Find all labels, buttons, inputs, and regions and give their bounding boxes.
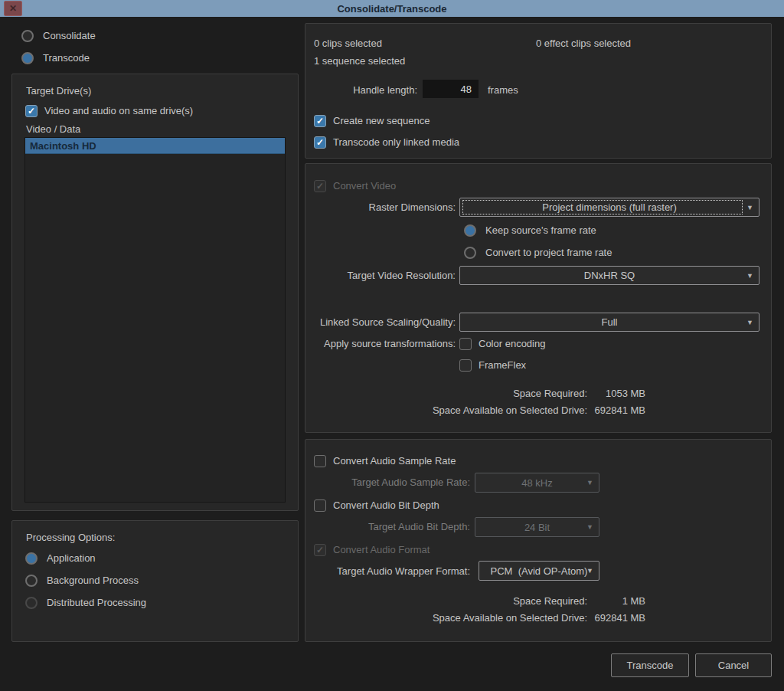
checkbox-unchecked-icon	[314, 499, 326, 512]
target-audio-bit-depth-value: 24 Bit	[524, 522, 550, 533]
target-audio-sample-rate-value: 48 kHz	[521, 477, 552, 489]
space-available-label: Space Available on Selected Drive:	[306, 404, 587, 416]
checkbox-unchecked-icon	[459, 359, 472, 372]
space-required-label: Space Required:	[306, 595, 587, 607]
processing-option-background[interactable]: Background Process	[25, 574, 139, 587]
apply-source-transformations-label: Apply source transformations:	[305, 338, 456, 349]
target-audio-wrapper-format-select[interactable]: PCM (Avid OP-Atom) ▼	[479, 561, 599, 581]
radio-selected-icon	[464, 224, 476, 237]
radio-label: Application	[47, 552, 96, 564]
target-video-resolution-select[interactable]: DNxHR SQ ▼	[459, 266, 760, 285]
checkbox-label: Convert Audio Bit Depth	[333, 499, 439, 511]
checkbox-checked-icon: ✓	[25, 105, 38, 117]
checkbox-disabled-checked-icon: ✓	[314, 180, 326, 192]
checkbox-label: Convert Audio Format	[333, 544, 430, 555]
drive-list[interactable]: Macintosh HD	[24, 137, 286, 503]
target-audio-bit-depth-select: 24 Bit ▼	[475, 517, 599, 537]
radio-label: Consolidate	[43, 30, 96, 41]
handle-length-unit: frames	[488, 84, 518, 96]
checkbox-label: Color encoding	[479, 338, 545, 349]
video-space-available-row: Space Available on Selected Drive: 69284…	[306, 404, 645, 417]
close-button[interactable]: ✕	[4, 1, 22, 16]
target-video-resolution-value: DNxHR SQ	[584, 270, 635, 281]
convert-audio-sample-rate-checkbox[interactable]: Convert Audio Sample Rate	[314, 454, 456, 467]
window-title: Consolidate/Transcode	[337, 3, 446, 15]
audio-space-required-row: Space Required: 1 MB	[306, 594, 645, 607]
effect-clips-selected-text: 0 effect clips selected	[536, 38, 631, 49]
chevron-down-icon: ▼	[746, 204, 753, 211]
frameflex-checkbox[interactable]: FrameFlex	[459, 359, 526, 372]
linked-source-scaling-select[interactable]: Full ▼	[459, 313, 760, 332]
transcode-button[interactable]: Transcode	[611, 653, 689, 677]
target-audio-sample-rate-label: Target Audio Sample Rate:	[305, 476, 470, 488]
checkbox-unchecked-icon	[314, 455, 326, 467]
convert-audio-bit-depth-checkbox[interactable]: Convert Audio Bit Depth	[314, 499, 439, 512]
convert-audio-format-checkbox: ✓ Convert Audio Format	[314, 543, 430, 556]
processing-options-title: Processing Options:	[26, 532, 115, 543]
checkbox-disabled-checked-icon: ✓	[314, 544, 326, 556]
radio-icon	[25, 575, 38, 587]
chevron-down-icon: ▼	[746, 319, 753, 326]
checkbox-label: FrameFlex	[479, 359, 526, 371]
convert-to-project-frame-rate-radio[interactable]: Convert to project frame rate	[464, 246, 612, 259]
cancel-button[interactable]: Cancel	[695, 653, 772, 677]
radio-label: Distributed Processing	[47, 597, 146, 608]
drive-list-item-selected[interactable]: Macintosh HD	[25, 138, 285, 154]
checkbox-label: Create new sequence	[333, 115, 430, 126]
space-required-label: Space Required:	[306, 388, 587, 399]
processing-options-panel: Processing Options: Application Backgrou…	[11, 520, 299, 642]
chevron-down-icon: ▼	[586, 567, 593, 575]
cancel-button-label: Cancel	[718, 660, 749, 671]
keep-source-frame-rate-radio[interactable]: Keep source's frame rate	[464, 224, 596, 237]
checkbox-checked-icon: ✓	[314, 115, 326, 127]
handle-length-label: Handle length:	[314, 84, 417, 96]
titlebar: ✕ Consolidate/Transcode	[0, 0, 784, 17]
chevron-down-icon: ▼	[746, 272, 753, 280]
space-available-label: Space Available on Selected Drive:	[306, 612, 587, 624]
drive-name: Macintosh HD	[30, 140, 96, 152]
convert-video-checkbox: ✓ Convert Video	[314, 179, 396, 192]
mode-option-transcode[interactable]: Transcode	[21, 51, 90, 64]
sequence-selected-text: 1 sequence selected	[314, 55, 405, 67]
mode-option-consolidate[interactable]: Consolidate	[21, 29, 96, 42]
chevron-down-icon: ▼	[586, 479, 593, 486]
handle-length-input[interactable]	[423, 80, 479, 98]
radio-icon	[21, 30, 34, 42]
close-icon: ✕	[9, 3, 17, 14]
target-audio-wrapper-format-value: PCM (Avid OP-Atom)	[491, 565, 588, 577]
radio-selected-icon	[25, 552, 38, 565]
target-video-resolution-label: Target Video Resolution:	[305, 270, 456, 281]
target-audio-bit-depth-label: Target Audio Bit Depth:	[305, 521, 470, 532]
color-encoding-checkbox[interactable]: Color encoding	[459, 337, 545, 350]
processing-option-distributed: Distributed Processing	[25, 596, 146, 609]
space-required-value: 1 MB	[587, 595, 645, 607]
space-available-value: 692841 MB	[587, 404, 645, 416]
target-audio-wrapper-format-label: Target Audio Wrapper Format:	[305, 565, 470, 577]
focus-ring	[462, 200, 743, 215]
space-available-value: 692841 MB	[587, 612, 645, 624]
target-drives-panel: Target Drive(s) ✓ Video and audio on sam…	[11, 74, 299, 511]
audio-space-available-row: Space Available on Selected Drive: 69284…	[306, 611, 645, 624]
checkbox-label: Convert Audio Sample Rate	[333, 455, 456, 467]
checkbox-checked-icon: ✓	[314, 136, 326, 149]
checkbox-label: Transcode only linked media	[333, 136, 459, 148]
radio-selected-icon	[21, 52, 34, 64]
space-required-value: 1053 MB	[587, 388, 645, 399]
drive-list-label: Video / Data	[26, 123, 80, 135]
processing-option-application[interactable]: Application	[25, 552, 96, 565]
checkbox-label: Convert Video	[333, 180, 396, 192]
radio-label: Transcode	[43, 52, 90, 64]
clips-selected-text: 0 clips selected	[314, 38, 382, 49]
consolidate-transcode-dialog: ✕ Consolidate/Transcode Consolidate Tran…	[0, 0, 784, 691]
create-new-sequence-checkbox[interactable]: ✓ Create new sequence	[314, 114, 430, 127]
checkbox-unchecked-icon	[459, 338, 472, 350]
radio-label: Background Process	[47, 575, 139, 586]
same-drive-checkbox[interactable]: ✓ Video and audio on same drive(s)	[25, 104, 193, 117]
transcode-only-linked-checkbox[interactable]: ✓ Transcode only linked media	[314, 136, 459, 149]
radio-icon	[464, 247, 476, 259]
radio-label: Convert to project frame rate	[485, 247, 612, 258]
radio-label: Keep source's frame rate	[485, 224, 596, 236]
checkbox-label: Video and audio on same drive(s)	[44, 105, 193, 116]
target-drives-title: Target Drive(s)	[26, 85, 91, 97]
raster-dimensions-select[interactable]: Project dimensions (full raster) ▼	[459, 198, 760, 217]
